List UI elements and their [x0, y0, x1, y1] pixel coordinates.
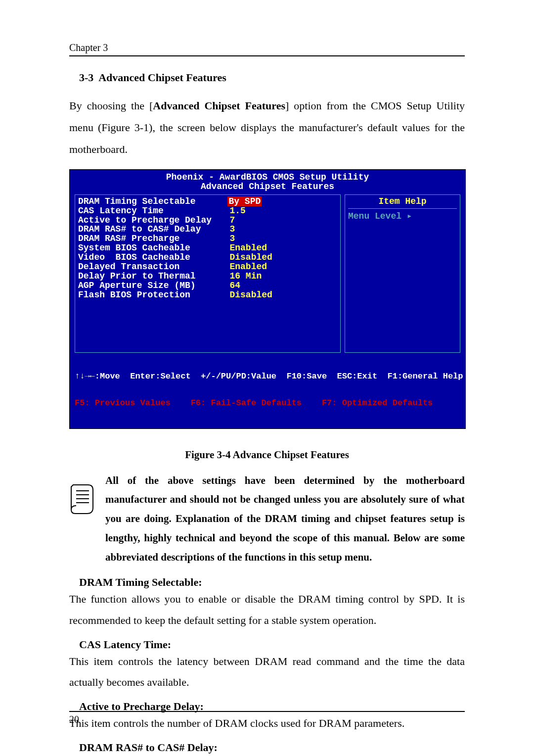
- setting-heading: DRAM Timing Selectable:: [69, 576, 465, 589]
- bios-setting-row: Active to Precharge Delay 7: [78, 216, 337, 225]
- bios-setting-value: Enabled: [229, 262, 267, 272]
- page-number: 20: [69, 714, 79, 725]
- setting-description: This item controls the latency between D…: [69, 651, 465, 694]
- bios-footer-line1: ↑↓→←:Move Enter:Select +/-/PU/PD:Value F…: [75, 372, 460, 381]
- bios-setting-value: 3: [229, 234, 235, 243]
- bios-setting-value: Disabled: [229, 290, 272, 300]
- bios-setting-row: Flash BIOS Protection Disabled: [78, 290, 337, 300]
- bios-setting-label: Active to Precharge Delay: [78, 215, 227, 225]
- bios-setting-value: 3: [229, 224, 235, 234]
- bios-setting-value: 1.5: [229, 206, 245, 216]
- bios-title: Phoenix - AwardBIOS CMOS Setup Utility: [75, 173, 460, 182]
- bios-footer-line2: F5: Previous Values F6: Fail-Safe Defaul…: [75, 399, 460, 408]
- page-header: Chapter 3: [69, 42, 465, 56]
- section-intro: By choosing the [Advanced Chipset Featur…: [69, 95, 465, 160]
- bios-setting-value: Enabled: [229, 243, 267, 253]
- setting-description: This item controls the latency between D…: [69, 754, 465, 756]
- bios-setting-label: CAS Latency Time: [78, 206, 227, 216]
- bios-setting-label: AGP Aperture Size (MB): [78, 281, 227, 290]
- note-icon: [69, 483, 96, 517]
- bios-setting-value: 7: [229, 215, 235, 225]
- bios-setting-row: Video BIOS Cacheable Disabled: [78, 253, 337, 262]
- bios-setting-row: DRAM Timing Selectable By SPD: [78, 197, 337, 206]
- bios-setting-label: DRAM RAS# Precharge: [78, 234, 227, 243]
- bios-setting-label: DRAM Timing Selectable: [78, 196, 227, 206]
- bios-subtitle: Advanced Chipset Features: [75, 182, 460, 191]
- bios-footer: ↑↓→←:Move Enter:Select +/-/PU/PD:Value F…: [75, 355, 460, 425]
- page-footer: 20: [69, 711, 465, 725]
- bios-settings-panel: DRAM Timing Selectable By SPDCAS Latency…: [75, 194, 341, 353]
- menu-level: Menu Level ▸: [348, 212, 457, 221]
- setting-heading: CAS Latency Time:: [69, 638, 465, 651]
- item-help-title: Item Help: [348, 197, 457, 209]
- note-block: All of the above settings have been dete…: [69, 471, 465, 567]
- bios-setting-row: DRAM RAS# to CAS# Delay 3: [78, 225, 337, 234]
- setting-heading: DRAM RAS# to CAS# Delay:: [69, 741, 465, 754]
- bios-setting-row: System BIOS Cacheable Enabled: [78, 243, 337, 253]
- bios-setting-value: 64: [229, 281, 240, 290]
- bios-setting-row: Delay Prior to Thermal 16 Min: [78, 272, 337, 281]
- bios-setting-row: Delayed Transaction Enabled: [78, 262, 337, 272]
- bios-setting-row: AGP Aperture Size (MB) 64: [78, 281, 337, 290]
- bios-setting-label: Flash BIOS Protection: [78, 290, 227, 300]
- bios-setting-label: Delayed Transaction: [78, 262, 227, 272]
- bios-setting-value: 16 Min: [229, 271, 262, 281]
- bios-screenshot: Phoenix - AwardBIOS CMOS Setup Utility A…: [69, 169, 466, 429]
- setting-description: The function allows you to enable or dis…: [69, 589, 465, 631]
- figure-caption: Figure 3-4 Advance Chipset Features: [69, 449, 465, 461]
- bios-setting-row: DRAM RAS# Precharge 3: [78, 234, 337, 243]
- bios-setting-value: Disabled: [229, 252, 272, 262]
- bios-setting-label: System BIOS Cacheable: [78, 243, 227, 253]
- bios-setting-row: CAS Latency Time 1.5: [78, 206, 337, 216]
- bios-setting-value: By SPD: [227, 196, 262, 206]
- note-text: All of the above settings have been dete…: [105, 471, 465, 567]
- bios-setting-label: Delay Prior to Thermal: [78, 271, 227, 281]
- bios-help-panel: Item Help Menu Level ▸: [345, 194, 460, 353]
- section-heading: 3-3 Advanced Chipset Features: [69, 71, 465, 84]
- chapter-label: Chapter 3: [69, 42, 108, 53]
- bios-setting-label: Video BIOS Cacheable: [78, 252, 227, 262]
- bios-setting-label: DRAM RAS# to CAS# Delay: [78, 224, 227, 234]
